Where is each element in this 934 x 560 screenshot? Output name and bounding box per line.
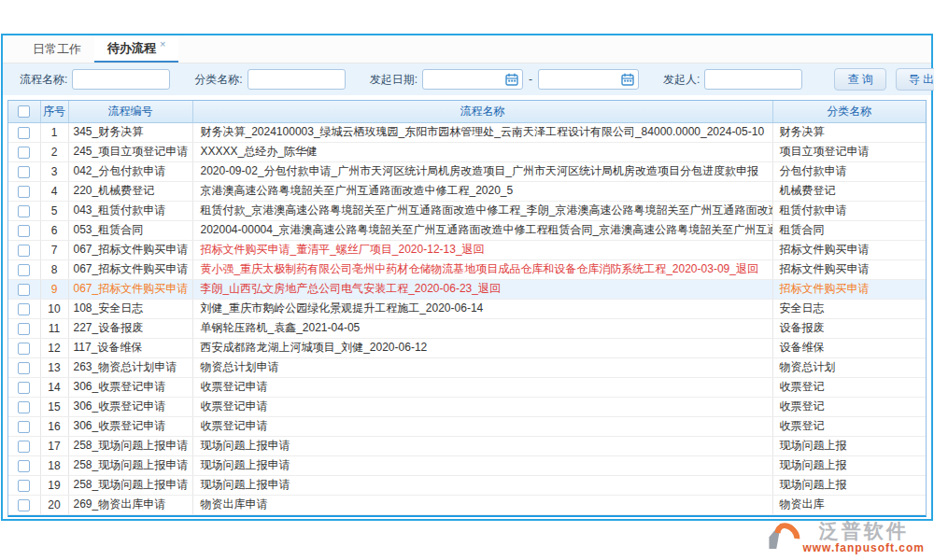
row-name[interactable]: XXXXX_总经办_陈华健 [192, 142, 772, 161]
table-row[interactable]: 12117_设备维保西安成都路龙湖上河城项目_刘健_2020-06-12设备维保 [8, 338, 926, 357]
row-checkbox[interactable] [18, 147, 30, 159]
table-row[interactable]: 18258_现场问题上报申请现场问题上报申请现场问题上报 [8, 455, 926, 475]
row-no: 3 [40, 161, 68, 181]
row-no: 7 [40, 240, 68, 259]
start-date-label: 发起日期: [370, 72, 417, 88]
table-row[interactable]: 10108_安全日志刘健_重庆市鹅岭公园绿化景观提升工程施工_2020-06-1… [8, 299, 926, 318]
row-checkbox[interactable] [18, 499, 30, 511]
row-name[interactable]: 西安成都路龙湖上河城项目_刘健_2020-06-12 [192, 338, 772, 357]
fanpu-logo-icon [769, 521, 800, 553]
row-checkbox[interactable] [18, 382, 30, 394]
table-row[interactable]: 3042_分包付款申请2020-09-02_分包付款申请_广州市天河区统计局机房… [8, 161, 926, 181]
export-button[interactable]: 导 出 [896, 68, 934, 91]
row-checkbox[interactable] [18, 323, 30, 335]
row-category: 项目立项登记申请 [772, 142, 926, 161]
tab-pending-flows-label: 待办流程 [107, 40, 156, 57]
row-name[interactable]: 2020-09-02_分包付款申请_广州市天河区统计局机房改造项目_广州市天河区… [192, 161, 772, 181]
date-range-separator: - [529, 73, 532, 86]
table-row[interactable]: 19258_现场问题上报申请现场问题上报申请现场问题上报 [8, 475, 926, 495]
row-name[interactable]: 现场问题上报申请 [192, 475, 772, 495]
table-row[interactable]: 8067_招标文件购买申请黄小强_重庆太极制药有限公司亳州中药材仓储物流基地项目… [8, 259, 926, 279]
calendar-icon[interactable] [505, 73, 518, 86]
table-row[interactable]: 9067_招标文件购买申请李朗_山西弘文房地产总公司电气安装工程_2020-06… [8, 279, 926, 299]
row-name[interactable]: 租赁付款_京港澳高速公路粤境韶关至广州互通路面改造中修工程_李朗_京港澳高速公路… [192, 201, 772, 220]
row-name[interactable]: 收票登记申请 [192, 377, 772, 397]
row-name[interactable]: 京港澳高速公路粤境韶关至广州互通路面改造中修工程_2020_5 [192, 181, 772, 201]
process-name-label: 流程名称: [20, 72, 67, 88]
row-checkbox[interactable] [18, 362, 30, 374]
row-name[interactable]: 招标文件购买申请_董清平_螺丝厂项目_2020-12-13_退回 [192, 240, 772, 259]
tab-pending-flows[interactable]: 待办流程 × [94, 35, 178, 63]
row-no: 18 [40, 455, 68, 475]
row-checkbox[interactable] [18, 127, 30, 139]
row-checkbox[interactable] [18, 284, 30, 296]
table-row[interactable]: 17258_现场问题上报申请现场问题上报申请现场问题上报 [8, 436, 926, 455]
table-row[interactable]: 14306_收票登记申请收票登记申请收票登记 [8, 377, 926, 397]
table-row[interactable]: 15306_收票登记申请收票登记申请收票登记 [8, 397, 926, 416]
row-name[interactable]: 现场问题上报申请 [192, 436, 772, 455]
row-no: 6 [40, 220, 68, 240]
table-row[interactable]: 13263_物资总计划申请物资总计划申请物资总计划 [8, 357, 926, 377]
row-name[interactable]: 刘健_重庆市鹅岭公园绿化景观提升工程施工_2020-06-14 [192, 299, 772, 318]
row-checkbox[interactable] [18, 460, 30, 472]
tab-close-icon[interactable]: × [160, 38, 165, 49]
row-checkbox[interactable] [18, 264, 30, 276]
query-button[interactable]: 查 询 [834, 68, 885, 91]
row-checkbox[interactable] [18, 186, 30, 198]
table-row[interactable]: 20269_物资出库申请物资出库申请物资出库 [8, 495, 926, 514]
initiator-input[interactable] [704, 69, 802, 90]
row-name[interactable]: 财务决算_2024100003_绿城云栖玫瑰园_东阳市园林管理处_云南天泽工程设… [192, 122, 772, 142]
row-checkbox[interactable] [18, 166, 30, 178]
table-row[interactable]: 6053_租赁合同202004-00004_京港澳高速公路粤境韶关至广州互通路面… [8, 220, 926, 240]
row-checkbox[interactable] [18, 343, 30, 355]
row-category: 物资总计划 [772, 357, 926, 377]
row-code: 263_物资总计划申请 [68, 357, 192, 377]
row-category: 安全日志 [772, 299, 926, 318]
header-category: 分类名称 [772, 101, 926, 122]
row-name[interactable]: 李朗_山西弘文房地产总公司电气安装工程_2020-06-23_退回 [192, 279, 772, 299]
row-category: 财务决算 [772, 122, 926, 142]
row-name[interactable]: 收票登记申请 [192, 397, 772, 416]
row-name[interactable]: 收票登记申请 [192, 416, 772, 436]
row-name[interactable]: 202004-00004_京港澳高速公路粤境韶关至广州互通路面改造中修工程租赁合… [192, 220, 772, 240]
row-name[interactable]: 黄小强_重庆太极制药有限公司亳州中药材仓储物流基地项目成品仓库和设备仓库消防系统… [192, 259, 772, 279]
row-category: 现场问题上报 [772, 475, 926, 495]
row-checkbox[interactable] [18, 401, 30, 413]
table-row[interactable]: 5043_租赁付款申请租赁付款_京港澳高速公路粤境韶关至广州互通路面改造中修工程… [8, 201, 926, 220]
row-no: 13 [40, 357, 68, 377]
row-checkbox[interactable] [18, 480, 30, 492]
table-row[interactable]: 16306_收票登记申请收票登记申请收票登记 [8, 416, 926, 436]
row-name[interactable]: 现场问题上报申请 [192, 455, 772, 475]
row-no: 4 [40, 181, 68, 201]
row-no: 17 [40, 436, 68, 455]
row-no: 12 [40, 338, 68, 357]
calendar-icon[interactable] [621, 73, 634, 86]
select-all-checkbox[interactable] [18, 105, 30, 118]
row-checkbox[interactable] [18, 225, 30, 237]
row-code: 227_设备报废 [68, 318, 192, 338]
row-code: 043_租赁付款申请 [68, 201, 192, 220]
row-category: 分包付款申请 [772, 161, 926, 181]
row-checkbox[interactable] [18, 441, 30, 453]
table-row[interactable]: 2245_项目立项登记申请XXXXX_总经办_陈华健项目立项登记申请 [8, 142, 926, 161]
table-row[interactable]: 11227_设备报废单钢轮压路机_袁鑫_2021-04-05设备报废 [8, 318, 926, 338]
row-name[interactable]: 物资总计划申请 [192, 357, 772, 377]
row-checkbox[interactable] [18, 421, 30, 433]
tab-daily-work-label: 日常工作 [33, 41, 81, 58]
vendor-logo: 泛普软件 www.fanpusoft.com [769, 521, 925, 560]
row-code: 258_现场问题上报申请 [68, 475, 192, 495]
process-name-input[interactable] [72, 69, 170, 90]
row-name[interactable]: 单钢轮压路机_袁鑫_2021-04-05 [192, 318, 772, 338]
row-no: 5 [40, 201, 68, 220]
row-checkbox[interactable] [18, 205, 30, 217]
row-code: 042_分包付款申请 [68, 161, 192, 181]
row-name[interactable]: 物资出库申请 [192, 495, 772, 514]
table-row[interactable]: 7067_招标文件购买申请招标文件购买申请_董清平_螺丝厂项目_2020-12-… [8, 240, 926, 259]
table-row[interactable]: 1345_财务决算财务决算_2024100003_绿城云栖玫瑰园_东阳市园林管理… [8, 122, 926, 142]
row-checkbox[interactable] [18, 303, 30, 315]
table-row[interactable]: 4220_机械费登记京港澳高速公路粤境韶关至广州互通路面改造中修工程_2020_… [8, 181, 926, 201]
vendor-name: 泛普软件 [819, 521, 909, 541]
category-name-input[interactable] [248, 69, 346, 90]
row-checkbox[interactable] [18, 245, 30, 257]
tab-daily-work[interactable]: 日常工作 [20, 35, 94, 63]
